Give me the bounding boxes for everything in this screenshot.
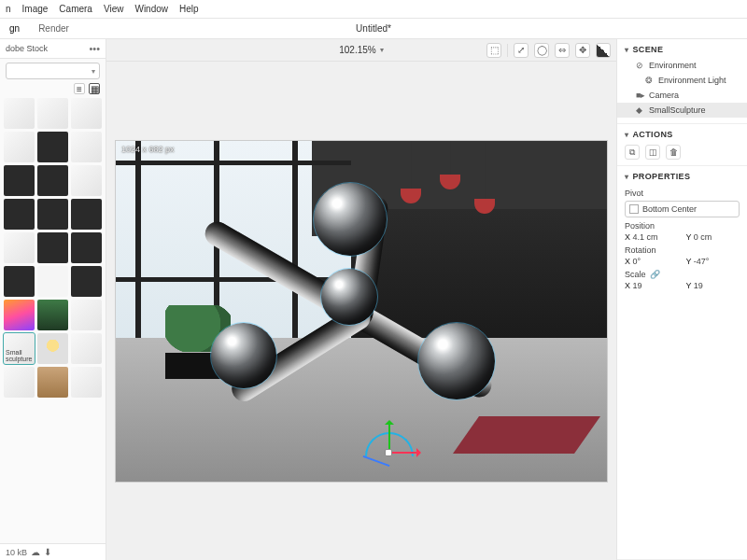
asset-thumb-lamp-a[interactable] — [4, 165, 35, 196]
asset-thumb-figure-a[interactable] — [4, 199, 35, 230]
menu-window[interactable]: Window — [134, 4, 168, 14]
zoom-value: 102.15% — [339, 45, 375, 55]
asset-thumb-plant-tile[interactable] — [37, 300, 68, 330]
scene-title: SCENE — [632, 45, 663, 54]
asset-thumb-small-sculpture[interactable]: Small sculpture — [4, 333, 35, 364]
rotation-y-field[interactable]: Y -47° — [686, 257, 740, 266]
library-panel: dobe Stock ••• ▾ ≡ ▦ Small sculpture 10 … — [0, 39, 106, 560]
scene-item-smallsculpture[interactable]: ◆ SmallSculpture — [617, 103, 747, 118]
scene-item-camera[interactable]: ■▸ Camera — [625, 88, 740, 103]
pivot-value: Bottom Center — [642, 204, 697, 214]
asset-thumb-mug[interactable] — [71, 132, 102, 162]
asset-thumb-grad-card[interactable] — [4, 300, 35, 330]
environment-icon: ⊘ — [636, 61, 645, 70]
asset-grid[interactable]: Small sculpture — [0, 98, 106, 543]
asset-thumb-lamp-b[interactable] — [37, 165, 68, 196]
actions-section-header[interactable]: ▾ ACTIONS — [625, 128, 740, 143]
chevron-down-icon: ▾ — [380, 46, 384, 54]
camera-icon: ■▸ — [636, 91, 645, 100]
library-footer: 10 kB ☁ ⬇ — [0, 543, 106, 560]
group-icon[interactable]: ◫ — [645, 145, 660, 160]
library-menu-icon[interactable]: ••• — [89, 43, 100, 54]
canvas-toolbar: 102.15% ▾ ⬚ ⤢ ◯ ⇔ ✥ — [106, 39, 616, 62]
link-icon[interactable]: 🔗 — [648, 270, 660, 279]
asset-thumb-pot[interactable] — [71, 300, 102, 330]
chevron-down-icon: ▾ — [625, 46, 628, 54]
asset-thumb-bench[interactable] — [37, 367, 68, 398]
tab-render[interactable]: Render — [29, 23, 78, 34]
grid-view-icon[interactable]: ▦ — [89, 83, 100, 94]
asset-thumb-tile-a[interactable] — [4, 367, 35, 398]
asset-thumb-teddy[interactable] — [4, 132, 35, 162]
object-icon: ◆ — [636, 105, 645, 115]
asset-thumb-bottle[interactable] — [37, 98, 68, 129]
chevron-down-icon: ▾ — [625, 173, 628, 181]
delete-icon[interactable]: 🗑 — [666, 145, 681, 160]
cloud-icon[interactable]: ☁ — [31, 547, 40, 557]
asset-thumb-orange[interactable] — [4, 266, 35, 297]
scale-label: Scale 🔗 — [625, 266, 740, 279]
asset-thumb-vase-dark[interactable] — [37, 132, 68, 162]
asset-thumb-cactus[interactable] — [71, 333, 102, 364]
position-x-field[interactable]: X 4.1 cm — [625, 232, 679, 242]
document-title: Untitled* — [356, 23, 391, 34]
render-toggle-icon[interactable] — [596, 43, 611, 58]
asset-thumb-cone[interactable] — [71, 165, 102, 196]
tab-design[interactable]: gn — [0, 23, 29, 34]
asset-thumb-paper[interactable] — [37, 266, 68, 297]
scene-item-env-light[interactable]: ❂ Environment Light — [625, 73, 740, 88]
zoom-dropdown[interactable]: 102.15% ▾ — [339, 45, 383, 55]
light-icon: ❂ — [645, 76, 655, 85]
download-icon[interactable]: ⬇ — [44, 547, 51, 557]
selection-mode-icon[interactable]: ⬚ — [486, 43, 501, 58]
library-source-label[interactable]: dobe Stock — [6, 44, 83, 53]
scene-item-label: SmallSculpture — [649, 105, 706, 115]
scene-item-environment[interactable]: ⊘ Environment — [625, 58, 740, 73]
asset-thumb-gradient-a[interactable] — [4, 232, 35, 263]
menu-image[interactable]: Image — [22, 4, 49, 14]
scale-x-field[interactable]: X 19 — [625, 281, 679, 290]
inspector-panel: ▾ SCENE ⊘ Environment ❂ Environment Ligh… — [616, 39, 747, 560]
menu-app[interactable]: n — [6, 4, 11, 14]
pivot-dropdown[interactable]: Bottom Center — [625, 201, 740, 217]
canvas-dimensions-label: 1024 x 682 px — [121, 145, 175, 154]
duplicate-icon[interactable]: ⧉ — [625, 145, 640, 160]
position-y-field[interactable]: Y 0 cm — [686, 232, 740, 242]
asset-thumb-tile-b[interactable] — [71, 367, 102, 398]
scale-y-field[interactable]: Y 19 — [686, 281, 740, 290]
library-filter-dropdown[interactable]: ▾ — [6, 63, 100, 79]
asset-thumb-figure-b[interactable] — [37, 199, 68, 230]
separator — [507, 44, 508, 57]
dolly-icon[interactable]: ⇔ — [555, 43, 570, 58]
canvas-area: 102.15% ▾ ⬚ ⤢ ◯ ⇔ ✥ — [106, 39, 616, 560]
list-view-icon[interactable]: ≡ — [74, 83, 85, 94]
selected-3d-object[interactable] — [211, 183, 491, 426]
menu-help[interactable]: Help — [179, 4, 199, 14]
rotation-label: Rotation — [625, 242, 740, 255]
asset-thumb-chip[interactable] — [37, 232, 68, 263]
asset-thumb-board[interactable] — [71, 266, 102, 297]
asset-thumb-vase-yellow[interactable] — [37, 333, 68, 364]
fit-icon[interactable]: ⤢ — [514, 43, 529, 58]
chevron-down-icon: ▾ — [92, 67, 95, 76]
scene-section: ▾ SCENE ⊘ Environment ❂ Environment Ligh… — [617, 39, 747, 124]
rotation-x-field[interactable]: X 0° — [625, 257, 679, 266]
properties-title: PROPERTIES — [632, 172, 690, 181]
scene-item-label: Environment — [649, 61, 697, 70]
asset-thumb-sculpt-a[interactable] — [71, 98, 102, 129]
actions-title: ACTIONS — [632, 130, 672, 139]
menu-view[interactable]: View — [104, 4, 124, 14]
viewport[interactable]: 1024 x 682 px — [116, 141, 607, 482]
scene-section-header[interactable]: ▾ SCENE — [625, 43, 740, 58]
pan-icon[interactable]: ✥ — [575, 43, 590, 58]
mode-tabbar: gn Render Untitled* — [0, 19, 747, 39]
orbit-icon[interactable]: ◯ — [534, 43, 549, 58]
asset-thumb-sofa[interactable] — [4, 98, 35, 129]
pivot-label: Pivot — [625, 185, 740, 198]
asset-thumb-gem[interactable] — [71, 232, 102, 263]
chevron-down-icon: ▾ — [625, 131, 628, 139]
position-label: Position — [625, 217, 740, 231]
menu-camera[interactable]: Camera — [59, 4, 92, 14]
properties-section-header[interactable]: ▾ PROPERTIES — [625, 170, 740, 185]
asset-thumb-figure-c[interactable] — [71, 199, 102, 230]
